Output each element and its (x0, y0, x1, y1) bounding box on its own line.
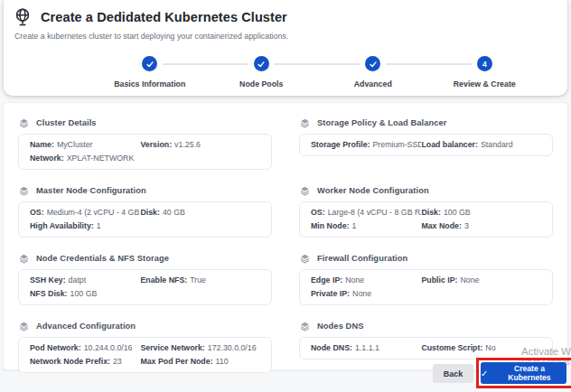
step-completed-icon (254, 56, 269, 71)
field-key: Enable NFS: (140, 275, 187, 285)
section-values-box: Pod Network:10.244.0.0/16 Service Networ… (18, 337, 272, 373)
field-value: Standard (481, 140, 513, 149)
field-key: Network: (30, 154, 64, 163)
step-label: Basics Information (114, 79, 185, 89)
step-number-badge: 4 (477, 56, 492, 71)
field-value: Large-8 (4 vCPU - 8 GB RAM) (328, 208, 422, 217)
field-key: Max Pod Per Node: (140, 357, 212, 366)
field-value: 3 (464, 221, 469, 230)
section-title: Worker Node Configuration (317, 186, 429, 195)
section-values-box: Edge IP:None Public IP:None Private IP:N… (299, 269, 553, 305)
review-summary-card: Cluster Details Name:MyCluster Version:v… (3, 102, 568, 370)
field-value: None (352, 289, 371, 298)
field-value: MyCluster (57, 140, 93, 149)
step-label: Node Pools (239, 79, 283, 89)
globe-icon (13, 7, 33, 27)
layers-icon (299, 320, 311, 331)
field-value: 1 (97, 221, 101, 230)
layers-icon (18, 117, 30, 128)
layers-icon (299, 117, 311, 128)
field-value: 110 (216, 357, 229, 366)
field-key: Network Node Prefix: (30, 357, 110, 366)
back-button[interactable]: Back (433, 364, 473, 383)
field-value: None (460, 275, 479, 285)
page-header: Create a Dedidated Kubernetes Cluster Cr… (4, 0, 567, 41)
step-completed-icon (142, 56, 157, 71)
section-advanced-config: Advanced Configuration Pod Network:10.24… (18, 320, 272, 373)
field-value: datpt (69, 275, 87, 285)
field-key: Storage Profile: (311, 140, 370, 149)
layers-icon (299, 184, 311, 196)
section-title: Storage Policy & Load Balancer (317, 118, 447, 127)
field-key: Edge IP: (311, 275, 342, 285)
field-key: Public IP: (421, 275, 457, 285)
section-values-box: Storage Profile:Premium-SSD-4000 Load ba… (299, 134, 553, 156)
field-key: Min Node: (311, 221, 350, 230)
section-firewall: Firewall Configuration Edge IP:None Publ… (299, 252, 553, 305)
field-value: Premium-SSD-4000 (373, 140, 422, 149)
step-advanced[interactable]: Advanced (317, 56, 429, 89)
section-values-box: Node DNS:1.1.1.1 Custome Script:No (299, 337, 553, 359)
create-kubernetes-button-label: Create a Kubernetes (492, 364, 566, 382)
section-title: Node Credentials & NFS Storage (36, 254, 169, 263)
field-key: OS: (30, 208, 44, 217)
layers-icon (18, 252, 30, 264)
section-worker-node: Worker Node Configuration OS:Large-8 (4 … (299, 184, 553, 238)
field-value: 40 GB (163, 208, 185, 217)
step-completed-icon (365, 56, 380, 71)
field-value: XPLAT-NETWORK (67, 154, 135, 163)
page-title: Create a Dedidated Kubernetes Cluster (41, 10, 287, 24)
section-values-box: SSH Key:datpt Enable NFS:True NFS Disk:1… (18, 269, 272, 305)
field-value: 10.244.0.0/16 (84, 343, 133, 352)
step-basics-information[interactable]: Basics Information (94, 56, 206, 89)
field-key: Node DNS: (311, 343, 352, 352)
field-key: OS: (311, 208, 325, 217)
field-key: Version: (140, 140, 172, 149)
page-subtitle: Create a kubernetes cluster to start dep… (14, 32, 558, 41)
field-value: 100 GB (444, 208, 471, 217)
field-key: Private IP: (311, 289, 350, 298)
field-value: 23 (113, 357, 122, 366)
section-node-credentials: Node Credentials & NFS Storage SSH Key:d… (18, 252, 272, 305)
create-kubernetes-button[interactable]: ✓ Create a Kubernetes (481, 362, 566, 384)
field-key: Disk: (140, 208, 160, 217)
section-title: Cluster Details (36, 118, 97, 127)
header-card: Create a Dedidated Kubernetes Cluster Cr… (4, 0, 567, 96)
field-value: No (485, 343, 495, 352)
field-key: Name: (30, 140, 54, 149)
field-value: Medium-4 (2 vCPU - 4 GB RAM) (47, 208, 141, 217)
section-values-box: OS:Large-8 (4 vCPU - 8 GB RAM) Disk:100 … (299, 201, 553, 238)
field-value: 1 (352, 221, 357, 230)
step-review-create[interactable]: 4 Review & Create (429, 56, 541, 89)
field-key: Disk: (421, 208, 441, 217)
field-key: Pod Network: (30, 343, 81, 352)
wizard-stepper: Basics Information Node Pools Advanced 4… (94, 56, 540, 89)
section-title: Nodes DNS (317, 322, 364, 331)
field-key: SSH Key: (30, 275, 66, 285)
field-key: Service Network: (140, 343, 204, 352)
field-value: True (190, 275, 206, 285)
field-key: NFS Disk: (30, 289, 68, 298)
field-value: v1.25.6 (174, 140, 201, 149)
section-master-node: Master Node Configuration OS:Medium-4 (2… (18, 184, 272, 238)
step-node-pools[interactable]: Node Pools (206, 56, 318, 89)
check-icon: ✓ (481, 369, 488, 378)
section-title: Firewall Configuration (317, 254, 407, 263)
layers-icon (18, 320, 30, 331)
section-storage-policy: Storage Policy & Load Balancer Storage P… (299, 117, 553, 170)
field-value: 1.1.1.1 (355, 343, 379, 352)
step-label: Review & Create (454, 79, 516, 89)
section-title: Master Node Configuration (36, 186, 146, 195)
section-title: Advanced Configuration (36, 322, 136, 331)
section-values-box: OS:Medium-4 (2 vCPU - 4 GB RAM) Disk:40 … (18, 201, 272, 238)
field-key: High Availability: (30, 221, 94, 230)
section-cluster-details: Cluster Details Name:MyCluster Version:v… (18, 117, 272, 170)
field-key: Max Node: (421, 221, 461, 230)
field-value: 100 GB (70, 289, 98, 298)
field-key: Load balancer: (421, 140, 478, 149)
layers-icon (299, 252, 311, 264)
watermark-line1: Activate Wi (521, 346, 571, 357)
field-key: Custome Script: (421, 343, 482, 352)
field-value: None (345, 275, 364, 285)
step-label: Advanced (354, 79, 392, 89)
